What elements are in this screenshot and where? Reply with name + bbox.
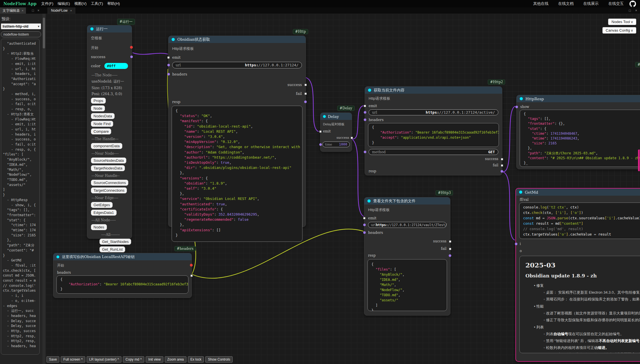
node-http3-header[interactable]: 查看文件夹下包含的文件 [364,197,450,205]
headers-handle[interactable] [364,118,366,121]
run-node-item[interactable]: SourceNodesData [91,158,126,163]
run-node-item[interactable]: SourceConnections [91,180,128,186]
run-node-item[interactable]: Node Find [91,121,113,127]
menu-item[interactable]: 视图(V) [74,1,86,6]
success-handle[interactable] [449,240,451,243]
toolbar-button[interactable]: Copy md ^ [123,356,144,363]
online-menu-item[interactable]: 其他在线 [533,1,548,6]
headers-handle[interactable] [167,73,170,75]
run-node-item[interactable]: componentData [91,143,122,149]
node-delay-header[interactable]: Delay [320,113,352,120]
node-http2-header[interactable]: 获取当前文件内容 [365,87,502,94]
success-handle[interactable] [501,158,503,160]
edge-run-to-http[interactable] [133,53,168,54]
url-input[interactable]: url https://127.0.0.1:27124/ [172,62,302,68]
url-handle[interactable] [167,64,170,66]
window-maximize-icon[interactable]: □ [629,9,631,13]
node-run-header[interactable]: 运行一 [87,25,132,32]
online-menu-item[interactable]: 在线展示 [583,1,599,6]
run-node-item[interactable]: TargetNodesData [91,165,125,171]
tab-text-editor[interactable]: 文字编辑器 × [0,7,26,14]
tab-nodeflow-close-icon[interactable]: × [70,9,72,12]
edge-http-to-delay[interactable] [305,77,319,132]
tab-nodeflow[interactable]: NodeFLow × [48,7,75,14]
node-getmd-header[interactable]: GetMd [516,189,640,196]
panel-maximize-icon[interactable]: □ [32,9,34,13]
fail-handle[interactable] [501,164,503,167]
time-handle[interactable] [319,143,322,146]
node-http3[interactable]: 查看文件夹下包含的文件 Http请求模板 emit url https://12… [364,197,450,316]
url-input[interactable]: url https://127.0.0.1:27124/vault/ZTest/ [368,222,446,228]
node-headers[interactable]: 这里填写你的Obsidian LocalRestAPI秘钥 开始 headers… [53,253,192,298]
emit-handle[interactable] [319,130,322,133]
sidebar-scrollbar[interactable] [42,14,45,364]
run-node-item[interactable]: Get_RunList [99,246,125,252]
preset-select[interactable]: listitem-http-old ▼ [1,23,41,29]
color-input[interactable]: #0ff [104,63,128,69]
edge-http2-to-httpresp[interactable] [503,106,515,172]
headers-handle[interactable] [363,231,366,234]
url-input[interactable]: url https://127.0.0.1:27124/active/ [369,109,498,115]
run-node-item[interactable]: Get_StartNodes [99,239,131,245]
success-handle[interactable] [304,84,307,86]
run-node-item[interactable]: TargetConnections [91,187,127,193]
canvas-config-button[interactable]: Canvas Config v [602,27,636,34]
method-input[interactable]: method GET [369,149,498,155]
run-node-item[interactable]: NodesData [91,113,115,119]
resp-json-view[interactable]: { "files": [ "AnyBlock/", "IDEA.md", "Ma… [367,259,447,311]
toolbar-button[interactable]: Zoom area [165,356,186,363]
online-menu-item[interactable]: 在线交互 [608,1,624,6]
node-getmd[interactable]: GetMd fEval console.log('t2 ctx', ctx)ct… [515,188,640,362]
node-http-header[interactable]: Obsidian状态获取 [168,36,306,43]
start-handle[interactable] [190,264,193,267]
run-node-item[interactable]: Compare [91,128,111,134]
show-json-view[interactable]: { "tags": [], "frontmatter": {}, "stat":… [520,110,640,167]
toolbar-button[interactable]: LR layout (center) ^ [87,356,121,363]
menu-item[interactable]: 帮助(H) [107,1,120,6]
toolbar-button[interactable]: Show Controls [205,356,233,363]
node-http[interactable]: Obsidian状态获取 Http请求模板 emit url https://1… [168,36,306,227]
panel-close-icon[interactable]: × [37,9,39,13]
edge-http2-to-getmd[interactable] [503,172,515,240]
toolbar-button[interactable]: Ex lock [188,356,204,363]
run-node-item[interactable]: Node [91,105,105,111]
success-handle[interactable] [351,137,353,139]
resp-json-view[interactable]: { "status": "OK", "manifest": { "id": "o… [172,106,302,242]
scrollbar-thumb[interactable] [43,18,45,48]
method-handle[interactable] [364,151,366,153]
fail-handle[interactable] [304,93,307,95]
online-menu-item[interactable]: 在线文档 [558,1,574,6]
edge-delay-to-http3[interactable] [351,139,364,216]
emit-handle[interactable] [364,105,366,107]
yaml-editor[interactable]: "authenticated} - Http2:获取当 - FlowReq:Ht… [1,39,40,355]
url-handle[interactable] [364,111,366,114]
run-node-item[interactable]: Nodes [91,224,107,230]
show-handle[interactable] [515,106,518,108]
node-headers-header[interactable]: 这里填写你的Obsidian LocalRestAPI秘钥 [53,253,192,260]
headers-json-view[interactable]: { "Authorization": "Bearer 16fabcf89804e… [368,123,499,147]
nodes-tool-button[interactable]: Nodes Tool v [608,19,636,25]
menu-item[interactable]: 文件(F) [41,1,53,6]
emit-handle[interactable] [363,217,365,219]
resp-handle[interactable] [304,101,307,103]
markdown-preview[interactable]: 2025-03 Obsidian update 1.8.9 - zh 修复 桌面… [519,256,640,353]
resp-handle[interactable] [449,254,451,257]
node-http2[interactable]: 获取当前文件内容 Http请求模板 emit url https://127.0… [365,86,502,175]
feval-code-view[interactable]: console.log('t2 ctx', ctx)ctx.check(ctx,… [519,203,640,239]
emit-handle[interactable] [167,56,170,59]
window-close-icon[interactable]: × [635,9,637,13]
github-icon[interactable] [629,1,636,7]
fail-handle[interactable] [449,248,451,250]
run-node-item[interactable]: Props [91,98,106,104]
menu-item[interactable]: 编辑(E) [58,1,70,6]
time-input[interactable]: time 1000 [322,142,350,147]
headers-source-handle[interactable] [190,275,193,277]
i-handle[interactable] [515,243,517,245]
run-node-item[interactable]: GetEdges [91,202,113,208]
toolbar-button[interactable]: Save [46,356,59,363]
run-node-item[interactable]: EdgesData1 [91,210,117,216]
toolbar-button[interactable]: Init view [146,356,163,363]
preset-pill-button[interactable]: nodeflow-listitem [1,31,41,37]
node-delay[interactable]: Delay Delay延时模板 emit success time 1000 [320,113,352,152]
start-handle[interactable] [130,46,133,49]
